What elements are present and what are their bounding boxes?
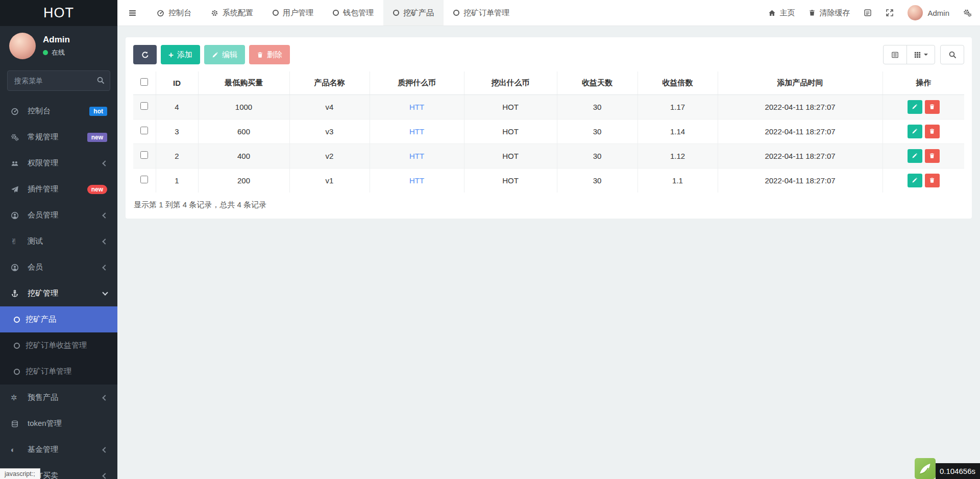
tab-mining-product[interactable]: 挖矿产品 bbox=[383, 0, 444, 26]
rocket-icon bbox=[11, 185, 24, 194]
pencil-icon bbox=[912, 128, 918, 134]
sidebar-item-console[interactable]: 控制台 hot bbox=[0, 98, 117, 124]
cell-ratio: 1.17 bbox=[638, 94, 718, 119]
sidebar-item-addon[interactable]: 插件管理 new bbox=[0, 176, 117, 202]
cogs-icon bbox=[11, 133, 24, 141]
trash-icon bbox=[808, 9, 816, 16]
stake-coin-link[interactable]: HTT bbox=[409, 127, 424, 136]
sidebar-item-mining-order-income[interactable]: 挖矿订单收益管理 bbox=[0, 332, 117, 358]
debug-timer-badge[interactable]: 0.104656s bbox=[915, 458, 980, 479]
tab-console[interactable]: 控制台 bbox=[147, 0, 201, 26]
dashboard-icon bbox=[11, 107, 24, 115]
add-button[interactable]: 添加 bbox=[161, 45, 200, 64]
trash-icon bbox=[929, 177, 935, 183]
row-delete-button[interactable] bbox=[925, 149, 940, 163]
sidebar-item-mining-product[interactable]: 挖矿产品 bbox=[0, 306, 117, 332]
cell-id: 1 bbox=[156, 168, 198, 193]
cell-days: 30 bbox=[557, 143, 638, 168]
user-circle-icon bbox=[11, 211, 24, 220]
search-toggle-button[interactable] bbox=[940, 45, 964, 64]
tab-mining-order[interactable]: 挖矿订单管理 bbox=[444, 0, 519, 26]
search-icon bbox=[96, 76, 105, 84]
sidebar-item-mining[interactable]: 挖矿管理 bbox=[0, 280, 117, 306]
row-checkbox[interactable] bbox=[140, 151, 148, 159]
select-all-checkbox[interactable] bbox=[140, 78, 148, 86]
row-delete-button[interactable] bbox=[925, 100, 940, 114]
trash-icon bbox=[257, 52, 263, 58]
hot-badge: hot bbox=[89, 107, 107, 116]
sidebar-item-auth[interactable]: 权限管理 bbox=[0, 150, 117, 176]
user-name: Admin bbox=[43, 35, 70, 45]
table-row: 1 200 v1 HTT HOT 30 1.1 2022-04-11 18:27… bbox=[133, 168, 964, 193]
home-icon bbox=[768, 9, 776, 17]
refresh-button[interactable] bbox=[133, 45, 157, 64]
chevron-left-icon bbox=[102, 473, 108, 478]
cell-ratio: 1.14 bbox=[638, 119, 718, 143]
row-edit-button[interactable] bbox=[908, 100, 922, 114]
row-checkbox[interactable] bbox=[140, 102, 148, 110]
clear-cache-button[interactable]: 清除缓存 bbox=[808, 8, 850, 18]
user-menu[interactable]: Admin bbox=[908, 5, 949, 20]
admin-app: HOT Admin 在线 控制台 hot 常规管理 bbox=[0, 0, 980, 479]
sidebar-item-presale[interactable]: ✲ 预售产品 bbox=[0, 385, 117, 411]
edit-button[interactable]: 编辑 bbox=[204, 45, 245, 64]
circle-icon bbox=[393, 10, 399, 16]
settings-button[interactable] bbox=[963, 9, 972, 17]
stake-coin-link[interactable]: HTT bbox=[409, 176, 424, 185]
stake-coin-link[interactable]: HTT bbox=[409, 152, 424, 160]
cell-mine-coin: HOT bbox=[464, 143, 557, 168]
delete-button[interactable]: 删除 bbox=[249, 45, 290, 64]
pagination-summary: 显示第 1 到第 4 条记录，总共 4 条记录 bbox=[133, 193, 964, 217]
language-button[interactable] bbox=[864, 9, 872, 17]
stake-coin-link[interactable]: HTT bbox=[409, 103, 424, 111]
sidebar-item-mining-order[interactable]: 挖矿订单管理 bbox=[0, 358, 117, 385]
nav-tabs: 控制台 系统配置 用户管理 钱包管理 挖矿产品 bbox=[147, 0, 519, 26]
sidebar-item-member-manage[interactable]: 会员管理 bbox=[0, 202, 117, 228]
home-link[interactable]: 主页 bbox=[768, 8, 795, 18]
cell-id: 3 bbox=[156, 119, 198, 143]
fullscreen-button[interactable] bbox=[886, 9, 894, 17]
sidebar-item-test[interactable]: ✌ 测试 bbox=[0, 228, 117, 254]
row-checkbox[interactable] bbox=[140, 176, 148, 183]
chevron-left-icon bbox=[102, 395, 108, 400]
anchor-icon bbox=[11, 290, 24, 298]
row-delete-button[interactable] bbox=[925, 125, 940, 138]
sidebar-item-token[interactable]: token管理 bbox=[0, 411, 117, 437]
language-icon bbox=[864, 9, 872, 17]
row-edit-button[interactable] bbox=[908, 149, 922, 163]
col-created: 添加产品时间 bbox=[718, 71, 883, 94]
pencil-icon bbox=[912, 153, 918, 159]
cell-product: v1 bbox=[289, 168, 370, 193]
sidebar-toggle-button[interactable] bbox=[117, 0, 147, 26]
detail-view-button[interactable] bbox=[883, 45, 907, 64]
tab-wallet-manage[interactable]: 钱包管理 bbox=[323, 0, 383, 26]
select-all-cell bbox=[133, 71, 156, 94]
tab-system-config[interactable]: 系统配置 bbox=[201, 0, 263, 26]
table-toolbar: 添加 编辑 删除 bbox=[133, 45, 964, 64]
sidebar-item-fund[interactable]: ◐ 基金管理 bbox=[0, 437, 117, 463]
row-edit-button[interactable] bbox=[908, 174, 922, 187]
content-area: 添加 编辑 删除 bbox=[117, 26, 980, 479]
row-checkbox[interactable] bbox=[140, 127, 148, 134]
cell-days: 30 bbox=[557, 94, 638, 119]
circle-icon bbox=[14, 317, 20, 323]
chevron-left-icon bbox=[102, 160, 108, 166]
chevron-down-icon bbox=[102, 290, 108, 295]
row-delete-button[interactable] bbox=[925, 174, 940, 187]
gear-icon bbox=[211, 9, 218, 17]
cogs-icon bbox=[963, 9, 972, 17]
sidebar-item-general[interactable]: 常规管理 new bbox=[0, 124, 117, 150]
user-circle-icon bbox=[11, 264, 24, 272]
chevron-left-icon bbox=[102, 265, 108, 270]
dashboard-icon bbox=[157, 9, 164, 17]
columns-dropdown-button[interactable] bbox=[906, 45, 935, 64]
products-table: ID 最低购买量 产品名称 质押什么币 挖出什么币 收益天数 收益倍数 添加产品… bbox=[133, 71, 964, 193]
cell-id: 2 bbox=[156, 143, 198, 168]
sidebar-item-member[interactable]: 会员 bbox=[0, 254, 117, 280]
row-edit-button[interactable] bbox=[908, 125, 922, 138]
cell-ratio: 1.12 bbox=[638, 143, 718, 168]
tab-user-manage[interactable]: 用户管理 bbox=[263, 0, 323, 26]
menu-search-input[interactable] bbox=[7, 70, 110, 91]
username-label: Admin bbox=[927, 9, 949, 17]
table-panel: 添加 编辑 删除 bbox=[126, 37, 972, 219]
